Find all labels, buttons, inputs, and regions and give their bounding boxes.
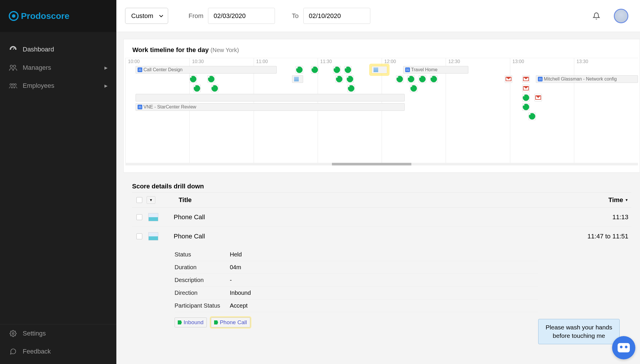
chat-icon: ❝ xyxy=(419,76,426,82)
nav-label: Employees xyxy=(23,82,54,90)
event-label: Call Center Design xyxy=(143,67,182,72)
detail-value: Held xyxy=(230,251,242,258)
chat-activity[interactable]: ❝ xyxy=(211,85,218,92)
document-event[interactable] xyxy=(371,66,387,74)
timeline-row: ❝ xyxy=(125,94,638,102)
gmail-icon xyxy=(523,86,529,90)
to-label: To xyxy=(292,12,298,20)
calendar-event[interactable]: 31Mitchell Glassman - Network config xyxy=(536,75,638,83)
chat-activity[interactable]: ❝ xyxy=(419,75,426,83)
from-date-input[interactable] xyxy=(208,8,275,24)
gauge-icon xyxy=(9,45,17,53)
chat-activity[interactable]: ❝ xyxy=(410,85,417,92)
chat-icon: ❝ xyxy=(296,67,303,73)
row-checkbox[interactable] xyxy=(136,214,142,220)
timeline-title: Work timeline for the day (New York) xyxy=(124,46,640,58)
chat-icon: ❝ xyxy=(345,67,351,73)
chat-icon: ❝ xyxy=(431,76,437,82)
timeline[interactable]: 10:0010:3011:0011:3012:0012:3013:0013:30… xyxy=(125,58,638,165)
date-range-select[interactable]: Custom xyxy=(125,8,168,24)
drilldown-row[interactable]: Phone Call 11:47 to 11:51 xyxy=(132,227,631,246)
row-checkbox-cell xyxy=(132,214,147,220)
chat-activity[interactable]: ❝ xyxy=(528,113,536,120)
calendar-event[interactable]: 31Travel Home xyxy=(403,66,468,74)
time-tick-label: 10:00 xyxy=(128,59,140,64)
nav-label: Managers xyxy=(23,64,51,72)
document-event[interactable] xyxy=(292,75,303,83)
chat-activity[interactable]: ❝ xyxy=(522,103,530,111)
gmail-activity[interactable] xyxy=(534,94,542,101)
chatbot-button[interactable] xyxy=(612,336,635,359)
detail-row: Participant StatusAccept xyxy=(175,299,538,312)
row-title: Phone Call xyxy=(160,213,612,221)
tag[interactable]: Phone Call xyxy=(211,317,250,327)
chat-activity[interactable]: ❝ xyxy=(193,85,201,92)
chat-activity[interactable]: ❝ xyxy=(335,75,343,83)
svg-point-3 xyxy=(12,84,14,85)
chat-activity[interactable]: ❝ xyxy=(296,66,303,74)
chat-activity[interactable]: ❝ xyxy=(344,66,352,74)
gmail-activity[interactable] xyxy=(505,75,512,83)
chat-activity[interactable]: ❝ xyxy=(396,75,403,83)
sidebar-item-settings[interactable]: Settings xyxy=(0,324,116,342)
logo-mark-icon xyxy=(9,11,19,21)
brand-logo: Prodoscore xyxy=(9,11,70,21)
sidebar-item-managers[interactable]: Managers▶ xyxy=(0,59,116,77)
brand-name: Prodoscore xyxy=(21,11,70,21)
time-tick-label: 13:30 xyxy=(577,59,588,64)
chat-activity[interactable]: ❝ xyxy=(333,66,341,74)
row-checkbox[interactable] xyxy=(136,233,142,239)
select-all-cell xyxy=(132,197,147,203)
sidebar-item-employees[interactable]: Employees▶ xyxy=(0,77,116,95)
chat-icon: ❝ xyxy=(208,76,214,82)
header-dropdown[interactable]: ▼ xyxy=(147,196,155,204)
chat-activity[interactable]: ❝ xyxy=(347,85,355,92)
tag[interactable]: Inbound xyxy=(175,317,207,327)
sort-caret-icon: ▼ xyxy=(625,198,628,202)
row-title: Phone Call xyxy=(160,233,587,240)
drilldown-row[interactable]: Phone Call 11:13 xyxy=(132,208,631,227)
nav-label: Feedback xyxy=(23,348,51,355)
timeline-scrollbar[interactable] xyxy=(125,163,638,165)
to-date-input[interactable] xyxy=(303,8,370,24)
chat-activity[interactable]: ❝ xyxy=(346,75,354,83)
tag-label: Inbound xyxy=(184,319,204,326)
column-title[interactable]: Title xyxy=(155,196,192,204)
gmail-activity[interactable] xyxy=(522,85,530,92)
chat-icon: ❝ xyxy=(410,85,417,92)
chat-activity[interactable]: ❝ xyxy=(189,75,197,83)
row-time: 11:13 xyxy=(612,213,631,221)
sidebar-item-feedback[interactable]: Feedback xyxy=(0,342,116,361)
calendar-icon: 31 xyxy=(405,67,410,72)
sidebar-item-dashboard[interactable]: Dashboard xyxy=(0,40,116,59)
detail-tags: InboundPhone Call xyxy=(175,312,538,327)
chat-activity[interactable]: ❝ xyxy=(407,75,415,83)
scroll-thumb[interactable] xyxy=(332,163,411,165)
chat-icon: ❝ xyxy=(529,113,535,119)
chat-activity[interactable]: ❝ xyxy=(311,66,319,74)
gmail-activity[interactable] xyxy=(522,75,530,83)
nav-label: Dashboard xyxy=(23,46,54,53)
sidebar-footer: SettingsFeedback xyxy=(0,324,116,364)
drilldown-header: ▼ Title Time ▼ xyxy=(132,192,631,208)
column-time[interactable]: Time ▼ xyxy=(608,196,631,204)
from-label: From xyxy=(189,12,203,20)
chevron-right-icon: ▶ xyxy=(104,65,108,70)
detail-value: 04m xyxy=(230,264,241,271)
chat-activity[interactable]: ❝ xyxy=(522,94,530,101)
calendar-event[interactable]: 31VNE - StarCenter Review xyxy=(136,103,405,111)
notifications-icon[interactable] xyxy=(591,10,602,22)
activity-bar[interactable] xyxy=(136,94,405,101)
drilldown-panel: Score details drill down ▼ Title Time ▼ … xyxy=(123,183,640,333)
people3-icon xyxy=(9,82,17,89)
calendar-event[interactable]: 31Call Center Design xyxy=(136,66,277,74)
calendar-icon: 31 xyxy=(138,67,142,72)
select-all-checkbox[interactable] xyxy=(136,197,142,203)
row-checkbox-cell xyxy=(132,233,147,239)
tag-icon xyxy=(214,320,218,324)
user-avatar[interactable] xyxy=(614,9,628,23)
row-type-icon-cell xyxy=(147,232,160,240)
chat-activity[interactable]: ❝ xyxy=(430,75,438,83)
detail-row: StatusHeld xyxy=(175,248,538,261)
chat-activity[interactable]: ❝ xyxy=(207,75,215,83)
